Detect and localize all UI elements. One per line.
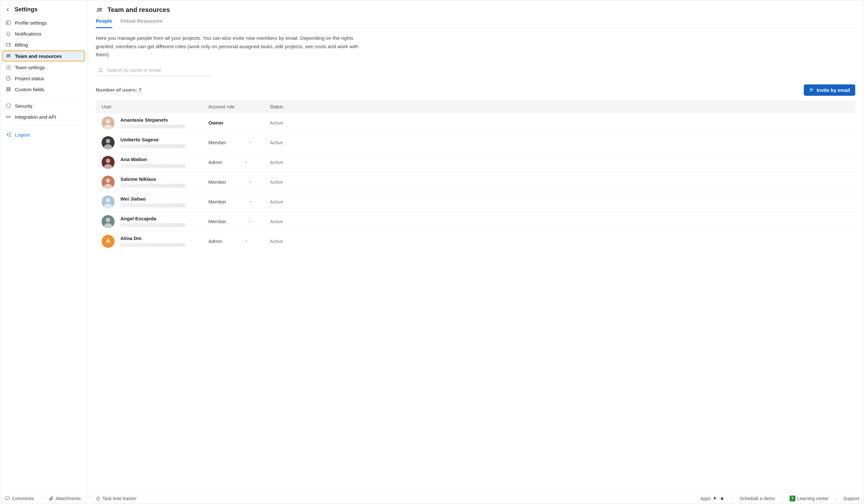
avatar: [101, 136, 115, 149]
table-row[interactable]: AAlina DmAdminActive: [96, 232, 855, 251]
footer-time-tracker[interactable]: Task time tracker: [95, 496, 137, 501]
user-meta: Angel Escajeda: [120, 216, 185, 227]
search-input[interactable]: [107, 67, 212, 73]
invite-by-email-button[interactable]: Invite by email: [804, 84, 855, 96]
user-meta: Alina Dm: [120, 236, 185, 247]
tabs: People Virtual Resources: [96, 18, 855, 28]
back-chevron-icon[interactable]: [5, 7, 11, 13]
footer-support[interactable]: Support: [843, 496, 859, 501]
role-cell: Owner: [208, 120, 270, 125]
sidebar-nav: Profile settings Notifications Billing: [0, 17, 87, 140]
role-cell[interactable]: Member: [208, 219, 270, 224]
user-name: Umberto Sagese: [120, 137, 185, 142]
footer-learning-center[interactable]: ? Learning center: [790, 495, 829, 501]
role-cell[interactable]: Admin: [208, 159, 270, 165]
role-value: Member: [208, 199, 226, 204]
sidebar-item-team-and-resources[interactable]: Team and resources: [2, 50, 85, 61]
user-count-value: 7: [139, 87, 142, 93]
sidebar-item-label: Project status: [15, 76, 44, 81]
avatar: [101, 176, 115, 189]
svg-point-22: [106, 119, 110, 123]
footer-schedule-demo[interactable]: Schedule a demo: [740, 496, 775, 501]
svg-marker-33: [245, 162, 247, 163]
user-cell: Angel Escajeda: [101, 215, 208, 228]
sidebar-item-profile-settings[interactable]: Profile settings: [2, 17, 85, 28]
user-email-redacted: [120, 124, 185, 129]
role-cell[interactable]: Admin: [208, 238, 270, 244]
user-cell: Wei Jiahao: [101, 195, 208, 208]
sidebar-item-label: Notifications: [15, 31, 41, 37]
sidebar-item-custom-fields[interactable]: Custom fields: [2, 84, 85, 95]
sidebar-item-team-settings[interactable]: Team settings: [2, 62, 85, 72]
svg-point-15: [99, 68, 102, 71]
sidebar-separator: [14, 125, 79, 125]
user-card-icon: [5, 20, 11, 26]
table-row[interactable]: Angel EscajedaMemberActive: [96, 212, 855, 232]
table-row[interactable]: Wei JiahaoMemberActive: [96, 192, 855, 212]
footer-comments[interactable]: Comments: [5, 496, 34, 501]
table-header: User Account role Status: [96, 100, 855, 113]
svg-point-36: [106, 178, 110, 182]
search-field[interactable]: [96, 65, 212, 76]
status-cell: Active: [270, 199, 850, 204]
sidebar-item-logout[interactable]: Logout: [2, 129, 85, 140]
role-cell[interactable]: Member: [208, 140, 270, 145]
people-icon: [5, 53, 11, 59]
shield-icon: [5, 103, 11, 109]
table-row[interactable]: Anastasia StepanetsOwnerActive: [96, 113, 855, 133]
user-name: Alina Dm: [120, 236, 185, 241]
chevron-down-icon: [244, 239, 248, 243]
user-email-redacted: [120, 203, 185, 207]
footer-apps[interactable]: Apps: [700, 496, 725, 501]
gear-icon: [5, 64, 11, 70]
sidebar-title: Settings: [14, 6, 37, 13]
user-email-redacted: [120, 184, 185, 188]
footer-label: Schedule a demo: [740, 496, 775, 501]
svg-point-5: [9, 55, 10, 55]
user-name: Wei Jiahao: [120, 196, 185, 202]
user-meta: Anastasia Stepanets: [120, 117, 185, 129]
table-row[interactable]: Salome NiklausMemberActive: [96, 172, 855, 192]
footer-separator: [782, 495, 782, 502]
sidebar-item-label: Team settings: [15, 65, 45, 70]
user-name: Salome Niklaus: [120, 176, 185, 182]
page-description: Here you manage people from all your pro…: [96, 34, 361, 59]
sidebar-item-label: Security: [15, 103, 32, 109]
tab-virtual-resources[interactable]: Virtual Resources: [120, 18, 163, 28]
svg-marker-52: [714, 496, 717, 500]
svg-point-4: [7, 55, 9, 56]
table-row[interactable]: Umberto SageseMemberActive: [96, 133, 855, 153]
role-value: Admin: [208, 238, 222, 244]
svg-point-31: [106, 158, 110, 163]
svg-rect-2: [6, 43, 11, 47]
wallet-icon: [5, 42, 11, 48]
role-cell[interactable]: Member: [208, 199, 270, 204]
sidebar-item-security[interactable]: Security: [2, 100, 85, 111]
footer-attachments[interactable]: Attachments: [49, 496, 81, 501]
footer-separator: [41, 495, 41, 502]
user-cell: Salome Niklaus: [101, 176, 208, 189]
sidebar-item-billing[interactable]: Billing: [2, 39, 85, 50]
avatar: [101, 215, 115, 228]
sidebar-item-project-status[interactable]: Project status: [2, 73, 85, 83]
sidebar-item-integration-api[interactable]: Integration and API: [2, 112, 85, 122]
footer-separator: [732, 495, 733, 502]
sidebar-item-label: Billing: [15, 42, 28, 48]
sidebar-item-label: Logout: [15, 132, 30, 137]
status-cell: Active: [270, 219, 850, 224]
svg-point-13: [98, 8, 100, 10]
chevron-down-icon: [248, 180, 252, 184]
footer-bar: Comments Attachments Task time tracker A…: [0, 493, 864, 504]
svg-marker-28: [249, 142, 251, 143]
main-content: Team and resources People Virtual Resour…: [87, 0, 864, 493]
footer-label: Apps: [700, 496, 711, 501]
api-icon: [5, 114, 11, 120]
role-cell[interactable]: Member: [208, 179, 270, 185]
page-title: Team and resources: [107, 6, 170, 14]
table-row[interactable]: Ana WaltonAdminActive: [96, 153, 855, 172]
tab-people[interactable]: People: [96, 18, 112, 28]
user-plus-icon: [809, 87, 814, 93]
svg-marker-43: [249, 201, 251, 202]
sidebar-item-notifications[interactable]: Notifications: [2, 28, 85, 39]
footer-separator: [836, 495, 836, 502]
